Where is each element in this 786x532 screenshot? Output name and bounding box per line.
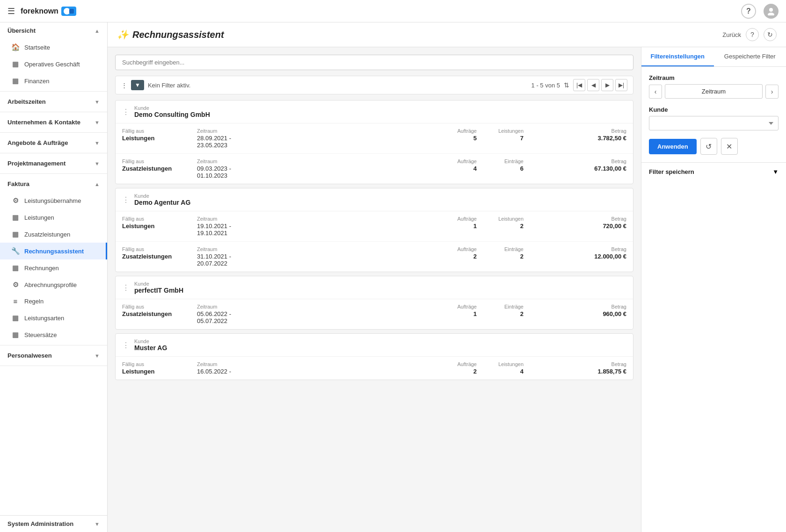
sidebar-section-projektmanagement: Projektmanagement ▼ <box>0 155 107 172</box>
auftraege-value: 1 <box>411 310 477 317</box>
sidebar-item-finanzen[interactable]: ▦ Finanzen <box>0 72 107 89</box>
record-row: Fällig aus Leistungen Zeitraum 19.10.202… <box>116 211 633 242</box>
auftraege-value-2: 4 <box>411 165 477 172</box>
svg-point-3 <box>768 13 774 15</box>
leistungen-icon: ▦ <box>11 213 20 222</box>
refresh-icon[interactable]: ↻ <box>764 28 777 41</box>
record-menu-icon-muster-ag[interactable]: ⋮ <box>122 341 130 350</box>
faellig-value: Leistungen <box>122 368 197 375</box>
zeitraum-cell: Zeitraum 16.05.2022 - <box>197 361 411 375</box>
record-row: Fällig aus Leistungen Zeitraum 16.05.202… <box>116 357 633 380</box>
tab-filtereinstellungen[interactable]: Filtereinstellungen <box>641 47 714 66</box>
sidebar-section-header-faktura[interactable]: Faktura ▲ <box>0 176 107 192</box>
leistungen-cell: Leistungen 2 <box>477 216 524 230</box>
record-header-perfect-it: ⋮ Kunde perfectIT GmbH <box>116 276 633 299</box>
kunde-select[interactable] <box>649 116 779 130</box>
avatar[interactable] <box>764 4 779 19</box>
sidebar-item-regeln[interactable]: ≡ Regeln <box>0 293 107 309</box>
chevron-down-icon-personalwesen: ▼ <box>95 353 100 359</box>
anwenden-button[interactable]: Anwenden <box>649 139 697 154</box>
zeitraum-next-button[interactable]: › <box>765 85 779 99</box>
prev-page-button[interactable]: ◀ <box>587 79 599 91</box>
sidebar-section-label-arbeitszeiten: Arbeitszeiten <box>7 98 46 105</box>
zeitraum-prev-button[interactable]: ‹ <box>649 85 662 99</box>
record-header-demo-consulting: ⋮ Kunde Demo Consulting GmbH <box>116 101 633 123</box>
next-page-button[interactable]: ▶ <box>601 79 613 91</box>
sidebar-item-rechnungen[interactable]: ▦ Rechnungen <box>0 259 107 276</box>
reset-button[interactable]: ↺ <box>700 138 717 155</box>
sidebar-section-personalwesen: Personalwesen ▼ <box>0 347 107 364</box>
leistungen-value: 7 <box>477 135 524 142</box>
sidebar-section-header-projektmanagement[interactable]: Projektmanagement ▼ <box>0 155 107 172</box>
zeitraum-value-2: 09.03.2023 -01.10.2023 <box>197 165 411 179</box>
sidebar-item-leistungsarten[interactable]: ▦ Leistungsarten <box>0 309 107 326</box>
sidebar-section-arbeitszeiten: Arbeitszeiten ▼ <box>0 93 107 110</box>
sidebar-divider-5 <box>0 173 107 174</box>
eintraege-cell: Einträge 2 <box>477 304 524 317</box>
faellig-value: Zusatzleistungen <box>122 253 197 260</box>
svg-point-2 <box>769 8 773 12</box>
sidebar-section-label-angebote: Angebote & Aufträge <box>7 139 68 146</box>
sidebar-section-header-arbeitszeiten[interactable]: Arbeitszeiten ▼ <box>0 93 107 110</box>
record-menu-icon-demo-agentur[interactable]: ⋮ <box>122 195 130 204</box>
leistungen-label: Leistungen <box>477 128 524 134</box>
auftraege-label: Aufträge <box>411 216 477 222</box>
filter-toolbar: ⋮ ▼ Kein Filter aktiv. 1 - 5 von 5 ⇅ |◀ … <box>115 76 633 94</box>
filter-save-chevron-icon: ▼ <box>772 168 779 175</box>
record-menu-icon-perfect-it[interactable]: ⋮ <box>122 283 130 292</box>
faellig-label: Fällig aus <box>122 128 197 134</box>
first-page-button[interactable]: |◀ <box>573 79 585 91</box>
auftraege-label: Aufträge <box>411 128 477 134</box>
sidebar-item-abrechnungsprofile[interactable]: ⚙ Abrechnungsprofile <box>0 276 107 293</box>
eintraege-value: 6 <box>477 165 524 172</box>
betrag-cell: Betrag 960,00 € <box>524 304 626 317</box>
toolbar-menu-icon[interactable]: ⋮ <box>121 82 127 89</box>
sidebar-item-steuersaetze[interactable]: ▦ Steuersätze <box>0 326 107 343</box>
sort-icon[interactable]: ⇅ <box>564 81 569 89</box>
record-card-perfect-it: ⋮ Kunde perfectIT GmbH Fällig aus Zusatz… <box>115 276 633 330</box>
leistungen-cell: Leistungen 4 <box>477 361 524 375</box>
help-circle-icon[interactable]: ? <box>746 28 759 41</box>
sidebar-section-header-unternehmen[interactable]: Unternehmen & Kontakte ▼ <box>0 114 107 130</box>
sidebar-item-operatives-geschaeft[interactable]: ▦ Operatives Geschäft <box>0 56 107 72</box>
sidebar-item-rechnungsassistent[interactable]: 🔧 Rechnungsassistent <box>0 243 107 259</box>
sidebar: Übersicht ▲ 🏠 Startseite ▦ Operatives Ge… <box>0 22 108 532</box>
sidebar-item-label-leistungsarten: Leistungsarten <box>24 315 64 322</box>
betrag-cell: Betrag 1.858,75 € <box>524 361 626 375</box>
filter-tag: ▼ <box>131 80 144 90</box>
auftraege-label: Aufträge <box>411 246 477 252</box>
sidebar-section-header-personalwesen[interactable]: Personalwesen ▼ <box>0 347 107 364</box>
last-page-button[interactable]: ▶| <box>615 79 627 91</box>
sidebar-item-leistungen[interactable]: ▦ Leistungen <box>0 209 107 226</box>
filter-body: Zeitraum ‹ › Kunde <box>641 67 786 162</box>
tab-gespeicherte-filter[interactable]: Gespeicherte Filter <box>714 47 786 66</box>
sidebar-section-header-system-admin[interactable]: System Administration ▼ <box>0 516 107 532</box>
sidebar-item-leistungsuebernahme[interactable]: ⚙ Leistungsübernahme <box>0 192 107 209</box>
list-area: ⋮ ▼ Kein Filter aktiv. 1 - 5 von 5 ⇅ |◀ … <box>108 47 641 532</box>
faellig-label: Fällig aus <box>122 216 197 222</box>
filter-save-section[interactable]: Filter speichern ▼ <box>641 162 786 181</box>
kunde-section-title: Kunde <box>649 106 779 113</box>
record-customer-info-demo-consulting: Kunde Demo Consulting GmbH <box>134 105 210 118</box>
sidebar-item-zusatzleistungen[interactable]: ▦ Zusatzleistungen <box>0 226 107 243</box>
logo-svg <box>64 8 74 14</box>
record-menu-icon-demo-consulting[interactable]: ⋮ <box>122 108 130 116</box>
betrag-label: Betrag <box>524 246 626 252</box>
zeitraum-input[interactable] <box>665 84 763 99</box>
back-button[interactable]: Zurück <box>722 31 741 38</box>
help-icon[interactable]: ? <box>741 4 756 19</box>
zeitraum-label: Zeitraum <box>197 246 411 252</box>
leistungen-value: 4 <box>477 368 524 375</box>
faellig-value-2: Zusatzleistungen <box>122 165 197 172</box>
sidebar-section-header-angebote[interactable]: Angebote & Aufträge ▼ <box>0 135 107 151</box>
sidebar-section-header-uebersicht[interactable]: Übersicht ▲ <box>0 22 107 39</box>
zeitraum-value: 16.05.2022 - <box>197 368 411 375</box>
search-input[interactable] <box>115 55 633 70</box>
customer-name-demo-agentur: Demo Agentur AG <box>134 199 190 206</box>
eintraege-label: Einträge <box>477 304 524 309</box>
sidebar-item-startseite[interactable]: 🏠 Startseite <box>0 39 107 56</box>
clear-button[interactable]: ✕ <box>721 138 738 155</box>
betrag-value: 960,00 € <box>524 310 626 317</box>
finanzen-icon: ▦ <box>11 77 20 85</box>
hamburger-menu-icon[interactable]: ☰ <box>7 6 15 16</box>
